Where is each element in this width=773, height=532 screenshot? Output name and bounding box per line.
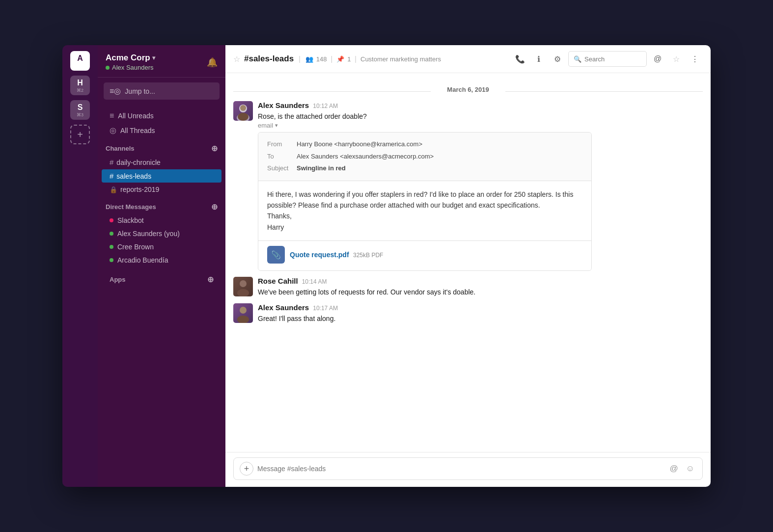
at-mention-input-icon[interactable]: @: [667, 463, 680, 475]
channel-title: #sales-leads: [244, 54, 294, 64]
date-divider: March 6, 2019: [233, 81, 703, 101]
email-label-row: email ▾: [258, 122, 703, 129]
channel-item-daily-chronicle[interactable]: # daily-chronicle: [102, 156, 221, 169]
workspace-icon-a[interactable]: A ⌘1: [70, 51, 90, 71]
message-header-2: Rose Cahill 10:14 AM: [258, 277, 703, 285]
message-time-2: 10:14 AM: [302, 278, 327, 285]
svg-point-7: [237, 316, 249, 323]
attach-button[interactable]: +: [240, 462, 253, 476]
at-mention-button[interactable]: @: [650, 51, 665, 67]
search-icon: 🔍: [574, 55, 581, 63]
email-subject-value: Swingline in red: [297, 163, 346, 173]
workspace-icon-h[interactable]: H ⌘2: [70, 76, 90, 95]
sidebar-item-all-threads[interactable]: ◎ All Threads: [102, 123, 221, 137]
message-author-3: Alex Saunders: [258, 303, 309, 312]
info-button[interactable]: ℹ: [531, 51, 547, 67]
attachment-name[interactable]: Quote request.pdf: [290, 251, 349, 259]
all-unreads-icon: ≡: [110, 111, 114, 120]
message-body-3: Alex Saunders 10:17 AM Great! I'll pass …: [258, 303, 703, 324]
dm-item-cree-brown[interactable]: Cree Brown: [102, 240, 221, 253]
email-subject-label: Subject: [267, 163, 297, 173]
message-body-1: Alex Saunders 10:12 AM Rose, is the atta…: [258, 101, 703, 271]
message-time-1: 10:12 AM: [313, 103, 338, 109]
emoji-picker-icon[interactable]: ☺: [684, 463, 696, 475]
add-dm-button[interactable]: ⊕: [211, 202, 218, 212]
email-meta: From Harry Boone <harryboone@kramerica.c…: [258, 133, 591, 181]
cree-status-dot: [110, 245, 113, 249]
workspace-name[interactable]: Acme Corp ▾: [106, 53, 155, 63]
email-attachment[interactable]: 📎 Quote request.pdf 325kB PDF: [258, 240, 591, 270]
workspace-sidebar: A ⌘1 H ⌘2 S ⌘3 +: [62, 45, 98, 487]
email-to-row: To Alex Saunders <alexsaunders@acmecorp.…: [267, 152, 582, 161]
message-1: Alex Saunders 10:12 AM Rose, is the atta…: [233, 101, 703, 271]
apps-section-header: Apps ⊕: [102, 272, 221, 287]
add-app-button[interactable]: ⊕: [207, 275, 214, 284]
message-author-2: Rose Cahill: [258, 277, 298, 285]
add-workspace-button[interactable]: +: [70, 125, 90, 144]
message-text-1: Rose, is the attached order doable?: [258, 111, 703, 122]
chat-header: ☆ #sales-leads | 👥 148 | 📌 1 | Customer …: [225, 45, 711, 73]
search-input[interactable]: [584, 55, 643, 63]
more-options-button[interactable]: ⋮: [687, 51, 703, 67]
message-body-2: Rose Cahill 10:14 AM We've been getting …: [258, 277, 703, 297]
channel-hash-icon: #: [110, 158, 113, 166]
add-channel-button[interactable]: ⊕: [211, 144, 218, 153]
message-text-2: We've been getting lots of requests for …: [258, 287, 703, 297]
message-author-1: Alex Saunders: [258, 101, 309, 109]
settings-button[interactable]: ⚙: [550, 51, 565, 67]
message-input-field[interactable]: [257, 465, 663, 473]
email-dropdown-icon[interactable]: ▾: [275, 122, 278, 129]
svg-point-4: [240, 280, 247, 287]
email-to-value: Alex Saunders <alexsaunders@acmecorp.com…: [297, 152, 434, 161]
email-from-label: From: [267, 139, 297, 149]
channel-meta: 👥 148 | 📌 1 | Customer marketing matters: [305, 55, 441, 63]
dm-section-header: Direct Messages ⊕: [98, 196, 225, 213]
dm-item-arcadio-buendia[interactable]: Arcadio Buendía: [102, 254, 221, 266]
star-channel-icon[interactable]: ☆: [233, 54, 240, 64]
lock-icon: 🔒: [110, 186, 117, 193]
jump-to-icon: ≡◎: [110, 86, 121, 96]
svg-point-3: [238, 113, 248, 121]
email-body: Hi there, I was wondering if you offer s…: [258, 181, 591, 241]
email-label: email: [258, 122, 273, 129]
jump-to-button[interactable]: ≡◎ Jump to...: [104, 82, 220, 100]
attachment-icon: 📎: [267, 246, 285, 264]
pin-icon: 📌: [336, 55, 344, 63]
channel-item-sales-leads[interactable]: # sales-leads: [102, 169, 221, 183]
arcadio-status-dot: [110, 258, 113, 262]
sidebar-header: Acme Corp ▾ Alex Saunders 🔔: [98, 45, 225, 78]
message-header-3: Alex Saunders 10:17 AM: [258, 303, 703, 312]
members-icon: 👥: [305, 55, 313, 63]
avatar-rose: [233, 277, 253, 296]
sidebar-navigation: ≡ All Unreads ◎ All Threads Channels ⊕ #…: [98, 105, 225, 487]
dm-item-slackbot[interactable]: Slackbot: [102, 214, 221, 227]
email-card: From Harry Boone <harryboone@kramerica.c…: [258, 132, 592, 271]
message-2: Rose Cahill 10:14 AM We've been getting …: [233, 277, 703, 297]
all-threads-icon: ◎: [110, 126, 116, 135]
slackbot-status-dot: [110, 218, 113, 222]
avatar-alex-2: [233, 303, 253, 323]
workspace-icon-s[interactable]: S ⌘3: [70, 100, 90, 120]
alex-status-dot: [110, 232, 113, 236]
search-box[interactable]: 🔍: [568, 51, 647, 67]
dm-item-alex-saunders[interactable]: Alex Saunders (you): [102, 227, 221, 240]
star-button[interactable]: ☆: [668, 51, 684, 67]
email-from-row: From Harry Boone <harryboone@kramerica.c…: [267, 139, 582, 149]
message-text-3: Great! I'll pass that along.: [258, 314, 703, 324]
channel-item-reports-2019[interactable]: 🔒 reports-2019: [102, 183, 221, 196]
attachment-meta: 325kB PDF: [353, 252, 383, 259]
svg-point-2: [240, 105, 246, 111]
sidebar-item-all-unreads[interactable]: ≡ All Unreads: [102, 109, 221, 123]
workspace-dropdown-icon: ▾: [152, 54, 155, 61]
notifications-bell-icon[interactable]: 🔔: [207, 57, 218, 68]
attachment-info: Quote request.pdf 325kB PDF: [290, 250, 383, 259]
message-time-3: 10:17 AM: [313, 305, 338, 312]
message-3: Alex Saunders 10:17 AM Great! I'll pass …: [233, 303, 703, 324]
chat-messages: March 6, 2019 Alex Saunders: [225, 73, 711, 452]
user-status: Alex Saunders: [106, 64, 155, 71]
email-from-value: Harry Boone <harryboone@kramerica.com>: [297, 139, 422, 149]
call-button[interactable]: 📞: [512, 51, 528, 67]
header-actions: 📞 ℹ ⚙ 🔍 @ ☆ ⋮: [512, 51, 703, 67]
svg-point-5: [237, 289, 249, 296]
message-input-area: + @ ☺: [225, 452, 711, 487]
